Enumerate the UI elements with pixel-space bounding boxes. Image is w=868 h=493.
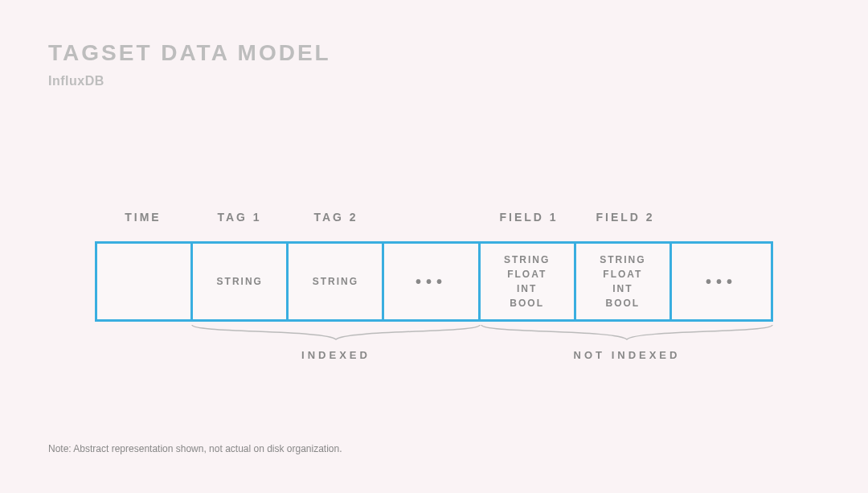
column-cell: STRING xyxy=(193,244,289,319)
type-label: FLOAT xyxy=(507,267,547,281)
column-header xyxy=(384,211,481,224)
type-label: STRING xyxy=(313,274,358,289)
type-label: INT xyxy=(612,281,633,296)
type-label: FLOAT xyxy=(603,267,642,281)
type-label: STRING xyxy=(600,253,645,267)
type-label: BOOL xyxy=(606,296,641,310)
ellipsis-icon: ••• xyxy=(416,269,447,294)
brace-group: INDEXED xyxy=(191,325,481,361)
model-row: TIMETAG 1TAG 2FIELD 1FIELD 2 STRINGSTRIN… xyxy=(95,211,773,373)
brace-icon xyxy=(481,325,773,341)
column-header xyxy=(674,211,773,224)
diagram-subtitle: InfluxDB xyxy=(48,74,104,88)
column-cell: ••• xyxy=(384,244,480,319)
brace-label: NOT INDEXED xyxy=(481,349,773,361)
column-cell: STRINGFLOATINTBOOL xyxy=(576,244,672,319)
column-boxes: STRINGSTRING•••STRINGFLOATINTBOOLSTRINGF… xyxy=(95,241,773,322)
brace-row: INDEXEDNOT INDEXED xyxy=(95,325,773,373)
column-header: TIME xyxy=(95,211,191,224)
column-cell: STRINGFLOATINTBOOL xyxy=(481,244,576,319)
column-header: FIELD 2 xyxy=(577,211,674,224)
brace-icon xyxy=(191,325,481,341)
footnote: Note: Abstract representation shown, not… xyxy=(48,443,342,454)
ellipsis-icon: ••• xyxy=(706,269,737,294)
diagram-title: TAGSET DATA MODEL xyxy=(48,40,331,66)
column-header: TAG 2 xyxy=(288,211,384,224)
brace-label: INDEXED xyxy=(191,349,481,361)
column-cell: STRING xyxy=(289,244,384,319)
type-label: BOOL xyxy=(510,296,544,310)
type-label: INT xyxy=(517,281,537,296)
column-headers: TIMETAG 1TAG 2FIELD 1FIELD 2 xyxy=(95,211,773,224)
type-label: STRING xyxy=(217,274,263,289)
brace-group: NOT INDEXED xyxy=(481,325,773,361)
column-cell: ••• xyxy=(672,244,771,319)
column-header: TAG 1 xyxy=(191,211,288,224)
column-header: FIELD 1 xyxy=(481,211,577,224)
column-cell xyxy=(97,244,193,319)
type-label: STRING xyxy=(504,253,550,267)
